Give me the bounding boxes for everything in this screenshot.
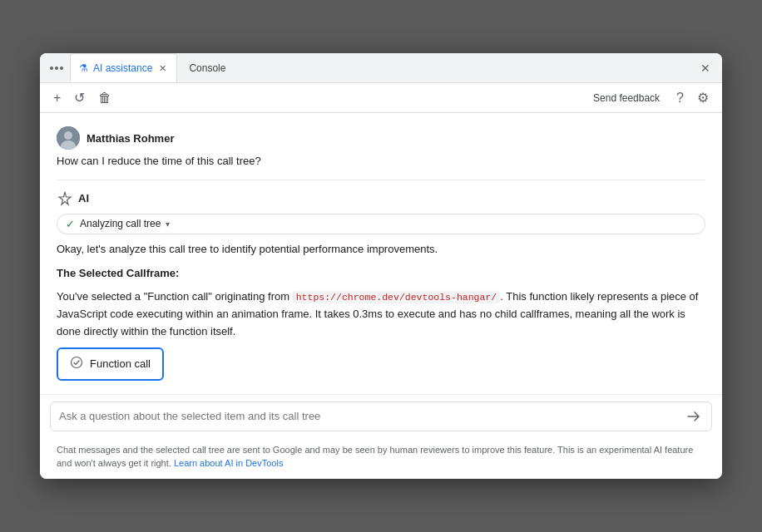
tab-bar: ⚗ AI assistance ✕ Console ✕ [40, 53, 722, 83]
ai-body-text: You've selected a "Function call" origin… [57, 288, 705, 340]
analyzing-text: Analyzing call tree [80, 218, 161, 229]
svg-point-1 [64, 131, 72, 140]
function-call-label: Function call [90, 357, 151, 370]
avatar [57, 126, 80, 150]
user-message: Matthias Rohmer How can I reduce the tim… [57, 126, 705, 180]
add-icon[interactable]: + [50, 88, 64, 108]
ai-assistance-tab-close[interactable]: ✕ [157, 62, 168, 76]
ai-intro-text: Okay, let's analyze this call tree to id… [57, 241, 705, 259]
user-name: Matthias Rohmer [87, 132, 174, 145]
footer-text-part1: Chat messages and the selected call tree… [57, 445, 693, 469]
ai-body-before: You've selected a "Function call" origin… [57, 290, 293, 303]
analyzing-badge[interactable]: ✓ Analyzing call tree ▾ [57, 214, 705, 234]
main-content: Matthias Rohmer How can I reduce the tim… [40, 113, 722, 393]
function-call-icon [70, 356, 83, 372]
send-button[interactable] [685, 407, 703, 426]
window-close-button[interactable]: ✕ [695, 58, 715, 78]
ai-response: AI ✓ Analyzing call tree ▾ Okay, let's a… [57, 190, 705, 381]
tab-console[interactable]: Console [181, 53, 234, 82]
check-icon: ✓ [66, 218, 75, 230]
ai-header: AI [57, 190, 705, 207]
send-feedback-button[interactable]: Send feedback [586, 89, 666, 107]
devtools-window: ⚗ AI assistance ✕ Console ✕ + ↺ 🗑 Send f… [40, 53, 722, 478]
ai-label: AI [78, 192, 89, 204]
user-header: Matthias Rohmer [57, 126, 705, 150]
input-wrapper [50, 401, 712, 431]
help-icon[interactable]: ? [673, 88, 687, 108]
ai-assistance-tab-label: AI assistance [93, 62, 152, 74]
input-area [40, 394, 722, 438]
ask-input[interactable] [59, 410, 678, 422]
trash-icon[interactable]: 🗑 [95, 88, 115, 108]
console-tab-label: Console [189, 62, 225, 74]
ai-assistance-icon: ⚗ [79, 62, 88, 74]
footer-link[interactable]: Learn about AI in DevTools [174, 458, 283, 468]
history-icon[interactable]: ↺ [71, 87, 88, 108]
footer-text: Chat messages and the selected call tree… [57, 443, 705, 470]
tab-ai-assistance[interactable]: ⚗ AI assistance ✕ [70, 53, 177, 82]
footer: Chat messages and the selected call tree… [40, 438, 722, 479]
settings-icon[interactable]: ⚙ [694, 87, 712, 108]
ai-code-url: https://chrome.dev/devtools-hangar/ [293, 291, 501, 303]
ai-section-title: The Selected Callframe: [57, 265, 705, 283]
toolbar: + ↺ 🗑 Send feedback ? ⚙ [40, 83, 722, 113]
ai-sparkle-icon [57, 190, 73, 207]
more-options-icon[interactable] [47, 66, 67, 70]
svg-point-3 [72, 357, 82, 367]
user-question: How can I reduce the time of this call t… [57, 153, 705, 170]
chevron-down-icon: ▾ [166, 219, 170, 229]
function-call-card[interactable]: Function call [57, 347, 164, 381]
